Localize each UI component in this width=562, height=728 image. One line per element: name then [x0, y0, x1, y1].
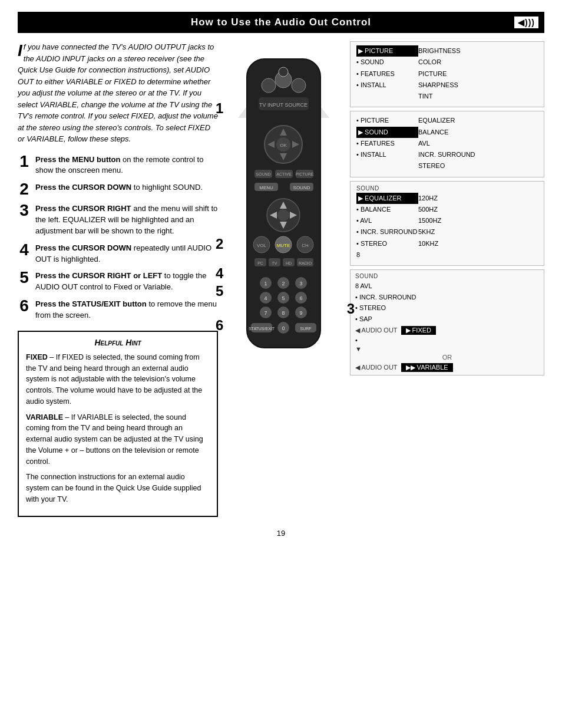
panel-1-left: PICTURE SOUND FEATURES INSTALL: [356, 45, 418, 102]
ao-down-arrow: ▼: [355, 345, 539, 353]
top-right-area: TV INPUT SOURCE OK S: [226, 41, 544, 375]
step-6: 6 Press the STATUS/EXIT button to remove…: [18, 299, 218, 321]
p2-stereo: STEREO: [418, 160, 538, 172]
step-label-5: 5: [216, 283, 223, 299]
p2-avl: AVL: [418, 138, 538, 149]
svg-point-2: [262, 78, 276, 93]
picture-highlighted: PICTURE: [356, 45, 418, 57]
audio-out-panel: SOUND 8 AVL INCR. SURROUND STEREO SAP ◀ …: [350, 269, 544, 375]
connection-hint: The connection instructions for an exter…: [26, 472, 210, 505]
step-4: 4 Press the CURSOR DOWN repeatedly until…: [18, 243, 218, 265]
p2-sound-hl: SOUND: [356, 127, 418, 138]
step-label-2: 2: [216, 236, 223, 252]
ao-stereo: STEREO: [355, 302, 539, 314]
remote-svg: TV INPUT SOURCE OK S: [226, 41, 341, 371]
audio-out-fixed-val: ▶ FIXED: [401, 326, 436, 335]
svg-point-30: [277, 209, 289, 221]
avl-list: 8 AVL INCR. SURROUND STEREO SAP: [355, 281, 539, 325]
svg-text:4: 4: [264, 295, 267, 301]
svg-text:2: 2: [282, 281, 285, 286]
hint-title: Helpful Hint: [26, 338, 210, 347]
helpful-hint-box: Helpful Hint FIXED – If FIXED is selecte…: [18, 331, 218, 517]
step-5-bold: Press the CURSOR RIGHT or LEFT: [35, 271, 162, 280]
step-label-4: 4: [216, 265, 223, 282]
step-number-1: 1: [18, 153, 31, 170]
p3-500hz: 500HZ: [418, 204, 538, 215]
step-3: 3 Press the CURSOR RIGHT and the menu wi…: [18, 203, 218, 237]
p2-install: INSTALL: [356, 149, 418, 160]
p3-equalizer-hl: EQUALIZER: [356, 193, 418, 204]
step-6-bold: Press the STATUS/EXIT button: [35, 299, 147, 308]
main-layout: If you have connected the TV's AUDIO OUT…: [18, 41, 544, 517]
svg-text:VOL: VOL: [257, 243, 267, 248]
drop-cap: I: [18, 42, 22, 59]
step-number-5: 5: [18, 269, 31, 286]
p3-10khz: 10KHZ: [418, 238, 538, 249]
step-content-6: Press the STATUS/EXIT button to remove t…: [35, 299, 218, 321]
intro-text: If you have connected the TV's AUDIO OUT…: [18, 41, 218, 145]
step-content-4: Press the CURSOR DOWN repeatedly until A…: [35, 243, 218, 265]
step-content-2: Press the CURSOR DOWN to highlight SOUND…: [35, 182, 203, 193]
page-num-text: 19: [277, 529, 285, 538]
step-label-6: 6: [216, 317, 223, 334]
ao-sap: SAP: [355, 314, 539, 325]
intro-body: f you have connected the TV's AUDIO OUTP…: [18, 42, 218, 143]
menu-panel-3: SOUND EQUALIZER BALANCE AVL INCR. SURROU…: [350, 181, 544, 266]
steps-list: 1 Press the MENU button on the remote co…: [18, 154, 218, 321]
p2-equalizer: EQUALIZER: [418, 115, 538, 126]
step-3-bold: Press the CURSOR RIGHT: [35, 204, 131, 213]
page-header: How to Use the Audio Out Control ◀))): [18, 12, 544, 33]
svg-text:3: 3: [299, 281, 302, 286]
step-1-bold: Press the MENU button: [35, 155, 120, 164]
svg-text:HD: HD: [286, 261, 292, 265]
ao-bullet-8: •: [355, 335, 539, 346]
svg-text:TV: TV: [272, 261, 277, 265]
step-label-1: 1: [216, 100, 223, 117]
svg-text:6: 6: [299, 295, 302, 301]
step-content-5: Press the CURSOR RIGHT or LEFT to toggle…: [35, 271, 218, 293]
sound-item: SOUND: [356, 57, 418, 68]
p3-incr: INCR. SURROUND: [356, 226, 418, 238]
svg-text:CH: CH: [302, 243, 309, 248]
svg-text:ACTIVE: ACTIVE: [276, 172, 292, 176]
p3-stereo: STEREO: [356, 238, 418, 249]
panel-3-title: SOUND: [356, 185, 538, 192]
panel-2-right: EQUALIZER BALANCE AVL INCR. SURROUND STE…: [418, 115, 538, 172]
svg-text:MUTE: MUTE: [277, 243, 290, 248]
audio-out-label: ◀ AUDIO OUT: [355, 327, 398, 334]
svg-text:0: 0: [282, 325, 285, 331]
step-1: 1 Press the MENU button on the remote co…: [18, 154, 218, 177]
step-number-6: 6: [18, 298, 31, 314]
svg-text:8: 8: [282, 310, 285, 316]
step-2: 2 Press the CURSOR DOWN to highlight SOU…: [18, 182, 218, 197]
p2-balance: BALANCE: [418, 127, 538, 138]
install-item: INSTALL: [356, 80, 418, 91]
audio-icon: ◀))): [513, 15, 540, 29]
svg-text:TV INPUT SOURCE: TV INPUT SOURCE: [259, 102, 308, 108]
p2-incr: INCR. SURROUND: [418, 149, 538, 160]
p3-balance: BALANCE: [356, 204, 418, 215]
audio-out-variable-val: ▶▶ VARIABLE: [401, 363, 453, 372]
svg-point-4: [292, 78, 306, 93]
p3-1500hz: 1500HZ: [418, 215, 538, 226]
step-content-1: Press the MENU button on the remote cont…: [35, 154, 218, 177]
svg-text:9: 9: [299, 310, 302, 316]
svg-text:PICTURE: PICTURE: [296, 172, 314, 176]
panel-1-right: BRIGHTNESS COLOR PICTURE SHARPNESS TINT: [418, 45, 538, 102]
panel-1-row: PICTURE SOUND FEATURES INSTALL BRIGHTNES…: [356, 45, 538, 102]
step-number-4: 4: [18, 242, 31, 258]
right-panels: PICTURE SOUND FEATURES INSTALL BRIGHTNES…: [350, 41, 544, 375]
color: COLOR: [418, 57, 538, 68]
panel-3-row: EQUALIZER BALANCE AVL INCR. SURROUND STE…: [356, 193, 538, 261]
svg-text:5: 5: [282, 295, 285, 301]
audio-out-fixed-row: ◀ AUDIO OUT ▶ FIXED: [355, 326, 539, 335]
panel-2-row: PICTURE SOUND FEATURES INSTALL EQUALIZER…: [356, 115, 538, 172]
ao-panel-title: SOUND: [355, 273, 539, 279]
step-number-3: 3: [18, 202, 31, 219]
panel-2-left: PICTURE SOUND FEATURES INSTALL: [356, 115, 418, 172]
page-title: How to Use the Audio Out Control: [191, 17, 371, 28]
variable-hint: VARIABLE – If VARIABLE is selected, the …: [26, 412, 210, 467]
right-column: TV INPUT SOURCE OK S: [226, 41, 544, 517]
page-number: 19: [18, 529, 544, 538]
panel-3-left: EQUALIZER BALANCE AVL INCR. SURROUND STE…: [356, 193, 418, 261]
